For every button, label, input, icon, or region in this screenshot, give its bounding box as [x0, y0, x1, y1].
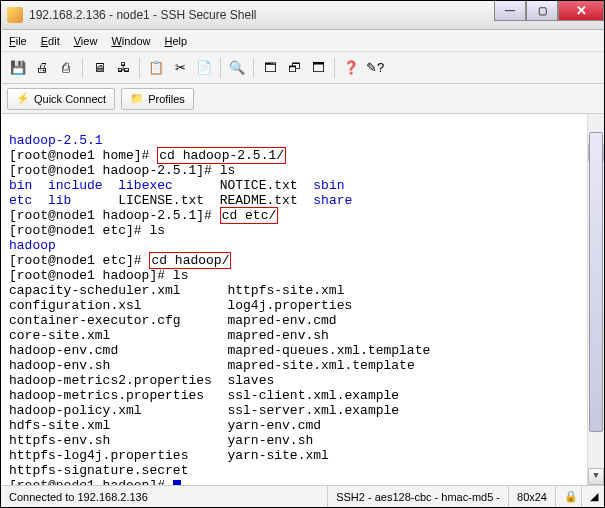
app-icon [7, 7, 23, 23]
term-line: bin include libexec NOTICE.txt sbin [9, 178, 345, 193]
help-icon[interactable]: ❓ [340, 57, 362, 79]
menubar: File Edit View Window Help [1, 30, 604, 52]
term-line: core-site.xml mapred-env.sh [9, 328, 329, 343]
resize-grip-icon[interactable]: ◢ [582, 486, 604, 507]
term-line: httpfs-env.sh yarn-env.sh [9, 433, 313, 448]
print-icon[interactable]: 🖨 [31, 57, 53, 79]
scroll-thumb[interactable] [589, 132, 603, 432]
term-line: [root@node1 home]# cd hadoop-2.5.1/ [9, 147, 286, 164]
menu-window[interactable]: Window [111, 35, 150, 47]
menu-file[interactable]: File [9, 35, 27, 47]
connect-icon[interactable]: 🖥 [88, 57, 110, 79]
scrollbar[interactable]: ▲ ▼ [587, 114, 604, 485]
menu-help[interactable]: Help [165, 35, 188, 47]
term-line: hadoop-policy.xml ssl-server.xml.example [9, 403, 399, 418]
term-line: hadoop-metrics.properties ssl-client.xml… [9, 388, 399, 403]
maximize-button[interactable]: ▢ [526, 1, 558, 21]
status-size: 80x24 [509, 486, 556, 507]
term-line: etc lib LICENSE.txt README.txt share [9, 193, 352, 208]
term-line: httpfs-log4j.properties yarn-site.xml [9, 448, 329, 463]
term-line: hdfs-site.xml yarn-env.cmd [9, 418, 321, 433]
toolbar: 💾 🖨 ⎙ 🖥 🖧 📋 ✂ 📄 🔍 🗔 🗗 🗖 ❓ ✎? [1, 52, 604, 84]
copy-icon[interactable]: 📋 [145, 57, 167, 79]
term-line: hadoop-2.5.1 [9, 133, 103, 148]
term-line: hadoop [9, 238, 56, 253]
minimize-button[interactable]: — [494, 1, 526, 21]
term-line: hadoop-metrics2.properties slaves [9, 373, 274, 388]
term-line: [root@node1 etc]# cd hadoop/ [9, 252, 231, 269]
disconnect-icon[interactable]: 🖧 [112, 57, 134, 79]
lightning-icon: ⚡ [16, 92, 30, 105]
scroll-down-icon[interactable]: ▼ [588, 468, 604, 485]
preview-icon[interactable]: ⎙ [55, 57, 77, 79]
term-line: [root@node1 hadoop]# [9, 478, 181, 485]
close-button[interactable]: ✕ [558, 1, 604, 21]
titlebar[interactable]: 192.168.2.136 - node1 - SSH Secure Shell… [1, 1, 604, 30]
term-line: httpfs-signature.secret [9, 463, 188, 478]
term-line: capacity-scheduler.xml httpfs-site.xml [9, 283, 344, 298]
status-connected: Connected to 192.168.2.136 [1, 486, 328, 507]
about-icon[interactable]: ✎? [364, 57, 386, 79]
find-icon[interactable]: 🔍 [226, 57, 248, 79]
status-cipher: SSH2 - aes128-cbc - hmac-md5 - [328, 486, 509, 507]
quick-connect-button[interactable]: ⚡ Quick Connect [7, 88, 115, 110]
menu-edit[interactable]: Edit [41, 35, 60, 47]
folder-icon: 📁 [130, 92, 144, 105]
term-line: container-executor.cfg mapred-env.cmd [9, 313, 337, 328]
terminal[interactable]: hadoop-2.5.1 [root@node1 home]# cd hadoo… [1, 114, 604, 485]
term-line: [root@node1 hadoop-2.5.1]# cd etc/ [9, 207, 278, 224]
profiles-button[interactable]: 📁 Profiles [121, 88, 194, 110]
windows-icon[interactable]: 🗗 [283, 57, 305, 79]
menu-view[interactable]: View [74, 35, 98, 47]
window-title: 192.168.2.136 - node1 - SSH Secure Shell [29, 8, 256, 22]
profiles-label: Profiles [148, 93, 185, 105]
status-icon: 🔒 [556, 486, 582, 507]
term-line: [root@node1 etc]# ls [9, 223, 165, 238]
paste-icon[interactable]: 📄 [193, 57, 215, 79]
save-icon[interactable]: 💾 [7, 57, 29, 79]
cut-icon[interactable]: ✂ [169, 57, 191, 79]
connect-bar: ⚡ Quick Connect 📁 Profiles [1, 84, 604, 114]
cursor [173, 480, 181, 485]
terminal-icon[interactable]: 🗖 [307, 57, 329, 79]
term-line: hadoop-env.cmd mapred-queues.xml.templat… [9, 343, 430, 358]
term-line: hadoop-env.sh mapred-site.xml.template [9, 358, 415, 373]
quick-connect-label: Quick Connect [34, 93, 106, 105]
statusbar: Connected to 192.168.2.136 SSH2 - aes128… [1, 485, 604, 507]
term-line: configuration.xsl log4j.properties [9, 298, 352, 313]
term-line: [root@node1 hadoop]# ls [9, 268, 188, 283]
new-window-icon[interactable]: 🗔 [259, 57, 281, 79]
term-line: [root@node1 hadoop-2.5.1]# ls [9, 163, 235, 178]
